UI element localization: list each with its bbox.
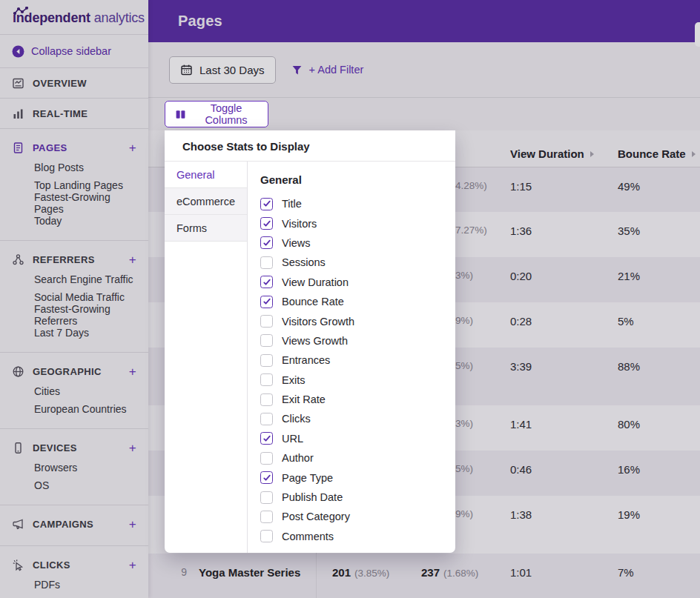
edge-peek-button[interactable] <box>695 22 700 47</box>
option-bounce-rate[interactable]: Bounce Rate <box>260 292 455 311</box>
toggle-columns-button[interactable]: Toggle Columns <box>165 101 268 127</box>
checkbox-unchecked-icon[interactable] <box>260 491 273 504</box>
campaigns-icon <box>12 518 24 531</box>
row-visitors: 201(3.85%) <box>317 554 406 598</box>
checkbox-checked-icon[interactable] <box>260 198 273 210</box>
sidebar-subitem[interactable]: PDFs <box>0 576 148 594</box>
row-views-fragment: 4.28%) <box>455 180 487 191</box>
tab-ecommerce[interactable]: eCommerce <box>165 188 247 215</box>
table-row[interactable]: 9Yoga Master Series201(3.85%)237(1.68%)1… <box>148 554 700 598</box>
row-bounce-rate: 19% <box>602 496 700 554</box>
date-range-label: Last 30 Days <box>199 64 265 76</box>
option-label: Page Type <box>282 472 333 484</box>
option-author[interactable]: Author <box>260 448 455 468</box>
sidebar-item-devices[interactable]: DEVICES+ <box>0 436 148 459</box>
option-views-growth[interactable]: Views Growth <box>260 331 455 351</box>
sidebar-subitem[interactable]: Zip Files <box>0 594 148 598</box>
checkbox-checked-icon[interactable] <box>260 471 273 484</box>
checkbox-unchecked-icon[interactable] <box>260 373 273 386</box>
sidebar-item-label: OVERVIEW <box>33 78 87 89</box>
checkbox-unchecked-icon[interactable] <box>260 511 273 523</box>
option-publish-date[interactable]: Publish Date <box>260 488 455 507</box>
sidebar-item-geographic[interactable]: GEOGRAPHIC+ <box>0 360 148 382</box>
popup-tab-list: GeneraleCommerceForms <box>165 162 248 553</box>
checkbox-checked-icon[interactable] <box>260 236 273 249</box>
add-report-button[interactable]: + <box>129 253 136 266</box>
option-label: Author <box>282 452 314 464</box>
options-list: TitleVisitorsViewsSessionsView DurationB… <box>260 194 455 546</box>
collapse-arrow-icon <box>12 45 24 58</box>
add-report-button[interactable]: + <box>129 559 136 571</box>
checkbox-checked-icon[interactable] <box>260 432 273 445</box>
option-post-category[interactable]: Post Category <box>260 507 455 526</box>
option-sessions[interactable]: Sessions <box>260 253 455 272</box>
geographic-icon <box>12 365 24 378</box>
sort-arrow-icon <box>590 151 594 157</box>
checkbox-unchecked-icon[interactable] <box>260 413 273 425</box>
option-comments[interactable]: Comments <box>260 527 455 546</box>
option-visitors-growth[interactable]: Visitors Growth <box>260 311 455 330</box>
sidebar-item-overview[interactable]: OVERVIEW <box>0 68 148 99</box>
sidebar-section-clicks: CLICKS+PDFsZip Files <box>0 546 148 598</box>
add-filter-button[interactable]: + Add Filter <box>291 64 364 76</box>
checkbox-unchecked-icon[interactable] <box>260 530 273 542</box>
collapse-sidebar-label: Collapse sidebar <box>31 45 111 57</box>
sidebar-subitem[interactable]: Fastest-Growing Pages <box>0 194 148 212</box>
column-header-view-duration[interactable]: View Duration <box>495 147 602 160</box>
checkbox-checked-icon[interactable] <box>260 296 273 308</box>
popup-body: GeneraleCommerceForms General TitleVisit… <box>165 162 455 553</box>
column-header-bounce-rate[interactable]: Bounce Rate <box>602 147 700 160</box>
checkbox-checked-icon[interactable] <box>260 276 273 288</box>
row-bounce-rate: 88% <box>602 348 700 405</box>
logo-chart-icon <box>13 4 33 18</box>
toggle-columns-label: Toggle Columns <box>194 102 259 126</box>
option-exit-rate[interactable]: Exit Rate <box>260 390 455 409</box>
date-range-button[interactable]: Last 30 Days <box>169 56 276 84</box>
option-entrances[interactable]: Entrances <box>260 351 455 370</box>
sidebar-subitem[interactable]: Fastest-Growing Referrers <box>0 306 148 324</box>
add-report-button[interactable]: + <box>129 142 136 154</box>
sidebar-subitem[interactable]: Blog Posts <box>0 159 148 176</box>
sidebar-item-label: CAMPAIGNS <box>33 519 93 530</box>
checkbox-unchecked-icon[interactable] <box>260 354 273 367</box>
checkbox-unchecked-icon[interactable] <box>260 334 273 347</box>
sidebar-subitem[interactable]: Cities <box>0 382 148 400</box>
row-view-duration: 1:41 <box>495 405 602 451</box>
option-page-type[interactable]: Page Type <box>260 468 455 487</box>
checkbox-checked-icon[interactable] <box>260 217 273 230</box>
sidebar-subitem[interactable]: European Countries <box>0 400 148 418</box>
collapse-sidebar-button[interactable]: Collapse sidebar <box>0 35 148 68</box>
sort-arrow-icon <box>692 151 696 157</box>
sidebar-item-referrers[interactable]: REFERRERS+ <box>0 248 148 270</box>
option-url[interactable]: URL <box>260 429 455 448</box>
checkbox-unchecked-icon[interactable] <box>260 315 273 328</box>
tab-general[interactable]: General <box>165 162 247 188</box>
sidebar-subitem[interactable]: OS <box>0 476 148 494</box>
row-bounce-rate: 80% <box>602 405 700 451</box>
sidebar-item-pages[interactable]: PAGES+ <box>0 136 148 159</box>
sidebar-item-campaigns[interactable]: CAMPAIGNS+ <box>0 513 148 535</box>
checkbox-unchecked-icon[interactable] <box>260 452 273 465</box>
checkbox-unchecked-icon[interactable] <box>260 393 273 406</box>
sidebar-subitem[interactable]: Search Engine Traffic <box>0 270 148 288</box>
option-view-duration[interactable]: View Duration <box>260 273 455 292</box>
tab-forms[interactable]: Forms <box>165 215 247 242</box>
option-visitors[interactable]: Visitors <box>260 213 455 233</box>
option-label: Views <box>282 237 310 249</box>
popup-options-panel: General TitleVisitorsViewsSessionsView D… <box>248 162 455 553</box>
option-exits[interactable]: Exits <box>260 371 455 390</box>
add-report-button[interactable]: + <box>129 365 136 378</box>
logo[interactable]: independent analytics <box>0 0 148 35</box>
option-clicks[interactable]: Clicks <box>260 409 455 428</box>
option-views[interactable]: Views <box>260 233 455 253</box>
sidebar-item-real-time[interactable]: REAL-TIME <box>0 99 148 129</box>
add-report-button[interactable]: + <box>129 518 136 531</box>
option-label: Publish Date <box>282 491 343 503</box>
sidebar-subitem[interactable]: Browsers <box>0 459 148 476</box>
sidebar-item-clicks[interactable]: CLICKS+ <box>0 554 148 576</box>
row-view-duration: 1:38 <box>495 496 602 554</box>
checkbox-unchecked-icon[interactable] <box>260 256 273 269</box>
add-report-button[interactable]: + <box>129 442 136 454</box>
option-title[interactable]: Title <box>260 194 455 213</box>
row-title: Yoga Master Series <box>196 554 317 598</box>
